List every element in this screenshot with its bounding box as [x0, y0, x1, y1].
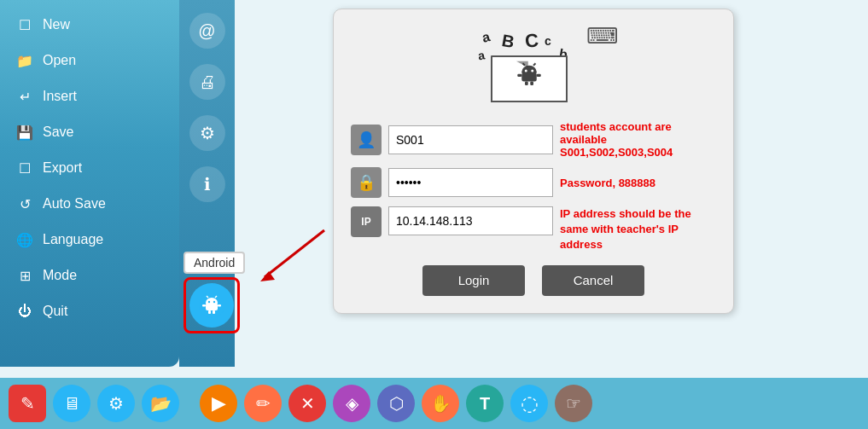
taskbar-text-btn[interactable]: T	[466, 385, 504, 422]
sidebar-item-export[interactable]: ☐ Export	[0, 150, 179, 186]
letter-B: B	[500, 30, 516, 51]
book-body	[491, 55, 568, 102]
svg-marker-12	[260, 271, 275, 281]
book-illustration: a B C c a b	[478, 30, 589, 102]
arrow-indicator	[239, 222, 341, 293]
quit-icon: ⏻	[15, 302, 34, 321]
svg-line-18	[533, 63, 536, 66]
taskbar-stamp-btn[interactable]: ◈	[333, 385, 370, 422]
ip-input[interactable]	[388, 206, 553, 235]
taskbar-hand-btn[interactable]: ✋	[422, 385, 459, 422]
open-icon: 📁	[15, 51, 34, 70]
sidebar-item-insert-label: Insert	[43, 89, 77, 104]
taskbar-gear-btn[interactable]: ⚙	[97, 385, 135, 422]
svg-rect-10	[218, 304, 221, 307]
language-icon: 🌐	[15, 230, 34, 249]
arrow-svg	[239, 222, 341, 290]
password-hint: Password, 888888	[560, 177, 716, 189]
autosave-icon: ↺	[15, 194, 34, 213]
android-on-book	[512, 58, 546, 97]
taskbar-edit-btn[interactable]: ✎	[9, 385, 46, 422]
svg-rect-8	[213, 310, 215, 314]
cancel-button[interactable]: Cancel	[542, 265, 644, 296]
info-icon-btn[interactable]: ℹ	[189, 166, 225, 202]
export-icon: ☐	[15, 159, 34, 177]
svg-rect-21	[517, 73, 521, 76]
sidebar-item-quit[interactable]: ⏻ Quit	[0, 293, 179, 329]
username-row: 👤 students account are available S001,S0…	[351, 120, 716, 159]
sidebar-item-autosave[interactable]: ↺ Auto Save	[0, 186, 179, 222]
svg-line-11	[265, 230, 324, 277]
sidebar-item-mode[interactable]: ⊞ Mode	[0, 258, 179, 293]
insert-icon: ↵	[15, 87, 34, 106]
keyboard-icon: ⌨	[586, 23, 619, 49]
svg-rect-22	[537, 73, 541, 76]
ip-icon: IP	[351, 206, 382, 237]
new-icon: ☐	[15, 15, 34, 34]
sidebar-item-open-label: Open	[43, 53, 76, 68]
user-icon: 👤	[351, 125, 382, 155]
sidebar-item-open[interactable]: 📁 Open	[0, 43, 179, 78]
android-icon	[198, 292, 225, 319]
mode-icon: ⊞	[15, 266, 34, 285]
svg-point-15	[525, 69, 527, 72]
android-label: Android	[184, 252, 245, 274]
email-icon-btn[interactable]: @	[189, 13, 225, 49]
ip-hint: IP address should be the same with teach…	[560, 206, 716, 253]
sidebar-item-mode-label: Mode	[43, 268, 77, 283]
settings-icon-btn[interactable]: ⚙	[189, 115, 225, 151]
ip-row: IP IP address should be the same with te…	[351, 206, 716, 253]
password-row: 🔒 Password, 888888	[351, 167, 716, 198]
taskbar-arrow-btn[interactable]: ▶	[200, 385, 237, 422]
taskbar-folder-btn[interactable]: 📂	[142, 385, 179, 422]
sidebar-item-new[interactable]: ☐ New	[0, 7, 179, 43]
login-button[interactable]: Login	[422, 265, 525, 296]
svg-rect-14	[521, 72, 537, 81]
svg-rect-19	[525, 81, 528, 84]
android-circle-border	[184, 277, 240, 333]
letter-a: a	[481, 29, 492, 46]
svg-point-4	[213, 301, 215, 303]
taskbar: ✎ 🖥 ⚙ 📂 ▶ ✏ ✕ ◈ ⬡ ✋ T ◌ ☞	[0, 378, 868, 429]
svg-rect-2	[206, 304, 218, 310]
svg-point-16	[531, 69, 533, 72]
svg-rect-20	[530, 81, 533, 84]
android-book-icon	[512, 58, 546, 92]
android-button[interactable]	[189, 283, 234, 328]
svg-rect-7	[208, 310, 211, 314]
taskbar-hex-btn[interactable]: ⬡	[377, 385, 415, 422]
sidebar-item-language[interactable]: 🌐 Language	[0, 222, 179, 258]
android-button-container: Android	[184, 252, 245, 333]
dialog-header: ⌨ a B C c a b	[351, 23, 716, 108]
save-icon: 💾	[15, 123, 34, 142]
sidebar-item-insert[interactable]: ↵ Insert	[0, 78, 179, 114]
taskbar-lasso-btn[interactable]: ◌	[510, 385, 548, 422]
taskbar-pen-btn[interactable]: ✏	[244, 385, 282, 422]
letter-a2: a	[477, 48, 486, 62]
username-input[interactable]	[388, 125, 553, 154]
letter-c: c	[545, 34, 551, 48]
sidebar-item-quit-label: Quit	[43, 304, 67, 319]
svg-point-3	[208, 301, 210, 303]
print-icon-btn[interactable]: 🖨	[189, 64, 225, 100]
lock-icon: 🔒	[351, 167, 382, 198]
sidebar-item-save[interactable]: 💾 Save	[0, 114, 179, 150]
sidebar-item-language-label: Language	[43, 232, 103, 247]
password-input[interactable]	[388, 168, 553, 197]
dialog-buttons: Login Cancel	[351, 265, 716, 296]
taskbar-monitor-btn[interactable]: 🖥	[53, 385, 90, 422]
sidebar-item-export-label: Export	[43, 160, 82, 176]
svg-rect-9	[202, 304, 206, 307]
taskbar-grab-btn[interactable]: ☞	[555, 385, 592, 422]
sidebar: ☐ New 📁 Open ↵ Insert 💾 Save ☐ Export ↺ …	[0, 0, 179, 367]
sidebar-item-save-label: Save	[43, 125, 73, 140]
sidebar-item-new-label: New	[43, 17, 70, 32]
letter-C: C	[524, 29, 539, 52]
login-dialog: ⌨ a B C c a b	[333, 9, 734, 314]
taskbar-eraser-btn[interactable]: ✕	[288, 385, 326, 422]
username-hint: students account are available S001,S002…	[560, 120, 716, 159]
sidebar-item-autosave-label: Auto Save	[43, 196, 106, 212]
